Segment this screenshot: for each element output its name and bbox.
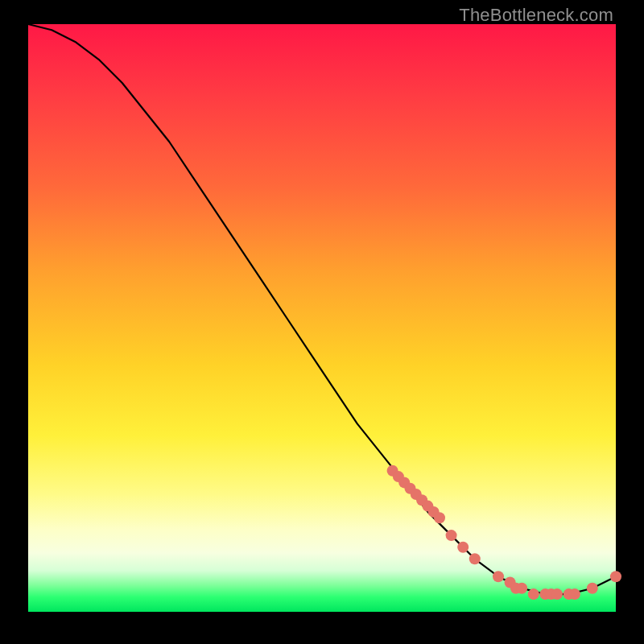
data-point (551, 588, 563, 600)
data-point (446, 530, 457, 541)
chart-frame: TheBottleneck.com (0, 0, 644, 644)
data-point (493, 571, 504, 582)
data-point (434, 512, 445, 523)
data-point (516, 583, 527, 594)
watermark-text: TheBottleneck.com (459, 5, 613, 26)
bottleneck-curve (28, 24, 616, 594)
chart-svg (28, 24, 616, 612)
data-point (528, 588, 539, 600)
data-point (457, 542, 469, 553)
plot-area (28, 24, 616, 612)
data-point (569, 588, 580, 600)
data-point (610, 571, 621, 582)
data-point (587, 583, 598, 594)
data-point (469, 553, 481, 564)
